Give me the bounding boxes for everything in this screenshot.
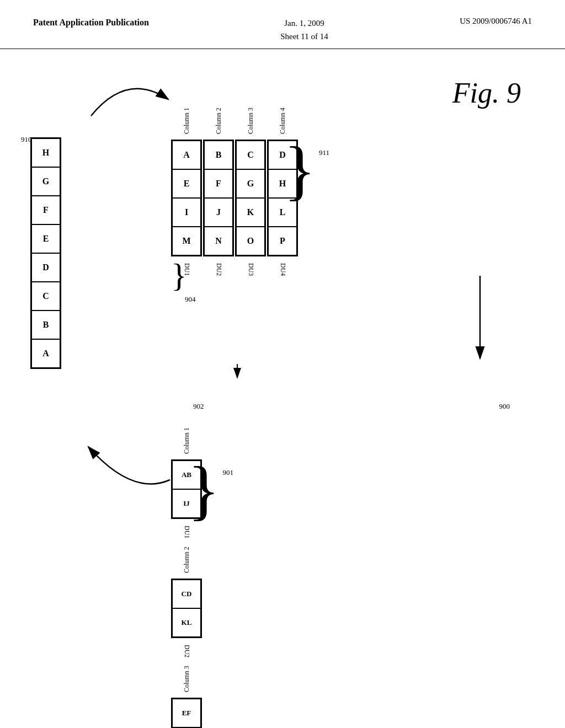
strip-cell: A bbox=[31, 339, 60, 368]
col-cells: AEIM bbox=[171, 140, 202, 256]
grid-cell: A bbox=[172, 141, 201, 169]
grid-cell: G bbox=[236, 169, 265, 198]
du-label: DU2 bbox=[215, 259, 223, 281]
label-900-text: 900 bbox=[499, 402, 510, 410]
du-label: DU3 bbox=[247, 259, 255, 281]
col-label: Column 1 bbox=[183, 104, 191, 137]
grid-cell: C bbox=[236, 141, 265, 169]
grid-cell: F bbox=[204, 169, 233, 198]
du-label: DU2 bbox=[183, 640, 191, 662]
grid-cell: E bbox=[172, 169, 201, 198]
grid-cell: O bbox=[236, 227, 265, 255]
top-grid: Column 1AEIMDU1Column 2BFJNDU2Column 3CG… bbox=[171, 104, 299, 281]
col-label: Column 3 bbox=[183, 662, 191, 695]
strip-cell: G bbox=[31, 167, 60, 196]
col-label: Column 3 bbox=[247, 104, 255, 137]
col-label: Column 1 bbox=[183, 424, 191, 457]
strip-cell: B bbox=[31, 311, 60, 339]
sheet-number: Sheet 11 of 14 bbox=[280, 32, 328, 41]
col-cells: CDKL bbox=[171, 579, 202, 638]
publication-title: Patent Application Publication bbox=[33, 17, 149, 29]
main-content: Fig. 9 HGFEDCBA 910 Column 1AEIMDU1Colum… bbox=[0, 49, 565, 722]
col-cells: BFJN bbox=[203, 140, 234, 256]
strip-cell: E bbox=[31, 224, 60, 253]
grid-cell: KL bbox=[172, 608, 201, 637]
patent-number: US 2009/0006746 A1 bbox=[460, 17, 532, 26]
top-col-wrapper: Column 2BFJNDU2 bbox=[203, 104, 234, 281]
grid-cell: CD bbox=[172, 580, 201, 608]
grid-cell: I bbox=[172, 198, 201, 227]
bottom-col-wrapper: Column 2CDKLDU2 bbox=[171, 543, 202, 662]
brace-901: } bbox=[188, 457, 220, 523]
col-label: Column 2 bbox=[215, 104, 223, 137]
grid-cell: K bbox=[236, 198, 265, 227]
col-cells: CGKO bbox=[235, 140, 266, 256]
bottom-grid: Column 1ABIJDU1Column 2CDKLDU2Column 3EF… bbox=[171, 424, 203, 728]
label-910: 910 bbox=[21, 135, 32, 144]
top-col-wrapper: Column 1AEIMDU1 bbox=[171, 104, 202, 281]
strip-cell: F bbox=[31, 196, 60, 224]
publication-date: Jan. 1, 2009 bbox=[284, 19, 324, 28]
strip-cell: C bbox=[31, 282, 60, 311]
page-header: Patent Application Publication Jan. 1, 2… bbox=[0, 0, 565, 49]
label-901: 901 bbox=[223, 468, 234, 477]
label-900: 900 bbox=[499, 402, 510, 411]
grid-cell: EF bbox=[172, 699, 201, 727]
grid-cell: J bbox=[204, 198, 233, 227]
strip-cell: D bbox=[31, 253, 60, 282]
du-label: DU4 bbox=[279, 259, 287, 281]
label-904: 904 bbox=[185, 295, 196, 304]
grid-cell: B bbox=[204, 141, 233, 169]
col-cells: EFMN bbox=[171, 698, 202, 728]
label-902: 902 bbox=[193, 402, 204, 411]
col-label: Column 4 bbox=[279, 104, 287, 137]
bottom-col-wrapper: Column 3EFMNDU3 bbox=[171, 662, 202, 728]
header-center: Jan. 1, 2009 Sheet 11 of 14 bbox=[280, 17, 328, 43]
col-label: Column 2 bbox=[183, 543, 191, 576]
label-911: 911 bbox=[319, 148, 329, 157]
top-col-group: Column 1AEIMDU1Column 2BFJNDU2Column 3CG… bbox=[171, 104, 299, 281]
grid-cell: M bbox=[172, 227, 201, 255]
brace-911: } bbox=[284, 137, 316, 204]
grid-cell: N bbox=[204, 227, 233, 255]
strip-cell: H bbox=[31, 138, 60, 167]
strip-910: HGFEDCBA bbox=[30, 137, 61, 369]
label-902-text: 902 bbox=[193, 402, 204, 410]
brace-904: } bbox=[171, 256, 187, 295]
grid-cell: P bbox=[268, 227, 297, 255]
figure-label: Fig. 9 bbox=[452, 77, 521, 109]
top-col-wrapper: Column 3CGKODU3 bbox=[235, 104, 266, 281]
